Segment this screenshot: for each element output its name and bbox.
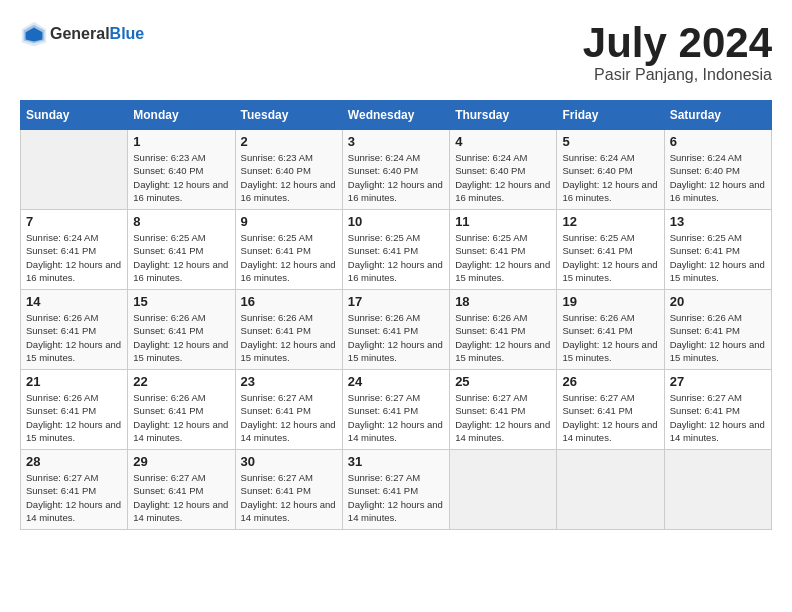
day-number: 3 [348, 134, 444, 149]
day-info: Sunrise: 6:27 AMSunset: 6:41 PMDaylight:… [133, 471, 229, 524]
calendar-cell: 3Sunrise: 6:24 AMSunset: 6:40 PMDaylight… [342, 130, 449, 210]
calendar-cell [450, 450, 557, 530]
week-row-5: 28Sunrise: 6:27 AMSunset: 6:41 PMDayligh… [21, 450, 772, 530]
calendar-cell: 22Sunrise: 6:26 AMSunset: 6:41 PMDayligh… [128, 370, 235, 450]
title-section: July 2024 Pasir Panjang, Indonesia [583, 20, 772, 84]
week-row-3: 14Sunrise: 6:26 AMSunset: 6:41 PMDayligh… [21, 290, 772, 370]
calendar-cell: 23Sunrise: 6:27 AMSunset: 6:41 PMDayligh… [235, 370, 342, 450]
calendar-cell: 8Sunrise: 6:25 AMSunset: 6:41 PMDaylight… [128, 210, 235, 290]
header: GeneralBlue July 2024 Pasir Panjang, Ind… [20, 20, 772, 84]
day-number: 30 [241, 454, 337, 469]
week-row-4: 21Sunrise: 6:26 AMSunset: 6:41 PMDayligh… [21, 370, 772, 450]
day-info: Sunrise: 6:27 AMSunset: 6:41 PMDaylight:… [348, 471, 444, 524]
month-title: July 2024 [583, 20, 772, 66]
day-number: 17 [348, 294, 444, 309]
calendar-cell: 12Sunrise: 6:25 AMSunset: 6:41 PMDayligh… [557, 210, 664, 290]
day-info: Sunrise: 6:27 AMSunset: 6:41 PMDaylight:… [241, 471, 337, 524]
day-info: Sunrise: 6:26 AMSunset: 6:41 PMDaylight:… [562, 311, 658, 364]
calendar-cell: 10Sunrise: 6:25 AMSunset: 6:41 PMDayligh… [342, 210, 449, 290]
calendar-cell: 21Sunrise: 6:26 AMSunset: 6:41 PMDayligh… [21, 370, 128, 450]
weekday-header-sunday: Sunday [21, 101, 128, 130]
day-number: 6 [670, 134, 766, 149]
calendar-cell: 15Sunrise: 6:26 AMSunset: 6:41 PMDayligh… [128, 290, 235, 370]
day-info: Sunrise: 6:25 AMSunset: 6:41 PMDaylight:… [670, 231, 766, 284]
day-info: Sunrise: 6:26 AMSunset: 6:41 PMDaylight:… [348, 311, 444, 364]
day-number: 2 [241, 134, 337, 149]
day-number: 19 [562, 294, 658, 309]
calendar-cell: 25Sunrise: 6:27 AMSunset: 6:41 PMDayligh… [450, 370, 557, 450]
calendar-cell: 24Sunrise: 6:27 AMSunset: 6:41 PMDayligh… [342, 370, 449, 450]
day-info: Sunrise: 6:26 AMSunset: 6:41 PMDaylight:… [26, 311, 122, 364]
day-info: Sunrise: 6:27 AMSunset: 6:41 PMDaylight:… [26, 471, 122, 524]
calendar-cell: 5Sunrise: 6:24 AMSunset: 6:40 PMDaylight… [557, 130, 664, 210]
calendar-table: SundayMondayTuesdayWednesdayThursdayFrid… [20, 100, 772, 530]
day-number: 22 [133, 374, 229, 389]
calendar-cell: 29Sunrise: 6:27 AMSunset: 6:41 PMDayligh… [128, 450, 235, 530]
day-number: 4 [455, 134, 551, 149]
day-number: 13 [670, 214, 766, 229]
day-info: Sunrise: 6:23 AMSunset: 6:40 PMDaylight:… [241, 151, 337, 204]
day-info: Sunrise: 6:25 AMSunset: 6:41 PMDaylight:… [562, 231, 658, 284]
logo: GeneralBlue [20, 20, 144, 48]
calendar-cell [21, 130, 128, 210]
day-number: 25 [455, 374, 551, 389]
weekday-header-monday: Monday [128, 101, 235, 130]
day-number: 29 [133, 454, 229, 469]
calendar-cell: 18Sunrise: 6:26 AMSunset: 6:41 PMDayligh… [450, 290, 557, 370]
calendar-cell: 2Sunrise: 6:23 AMSunset: 6:40 PMDaylight… [235, 130, 342, 210]
calendar-cell: 4Sunrise: 6:24 AMSunset: 6:40 PMDaylight… [450, 130, 557, 210]
calendar-cell: 28Sunrise: 6:27 AMSunset: 6:41 PMDayligh… [21, 450, 128, 530]
day-number: 7 [26, 214, 122, 229]
calendar-cell: 19Sunrise: 6:26 AMSunset: 6:41 PMDayligh… [557, 290, 664, 370]
day-info: Sunrise: 6:27 AMSunset: 6:41 PMDaylight:… [348, 391, 444, 444]
day-number: 1 [133, 134, 229, 149]
day-number: 11 [455, 214, 551, 229]
day-info: Sunrise: 6:26 AMSunset: 6:41 PMDaylight:… [455, 311, 551, 364]
day-number: 12 [562, 214, 658, 229]
calendar-cell [664, 450, 771, 530]
day-number: 28 [26, 454, 122, 469]
day-number: 8 [133, 214, 229, 229]
logo-text: GeneralBlue [50, 25, 144, 43]
day-number: 24 [348, 374, 444, 389]
day-number: 5 [562, 134, 658, 149]
day-info: Sunrise: 6:23 AMSunset: 6:40 PMDaylight:… [133, 151, 229, 204]
calendar-cell: 1Sunrise: 6:23 AMSunset: 6:40 PMDaylight… [128, 130, 235, 210]
week-row-2: 7Sunrise: 6:24 AMSunset: 6:41 PMDaylight… [21, 210, 772, 290]
day-number: 27 [670, 374, 766, 389]
day-info: Sunrise: 6:24 AMSunset: 6:40 PMDaylight:… [562, 151, 658, 204]
day-info: Sunrise: 6:27 AMSunset: 6:41 PMDaylight:… [241, 391, 337, 444]
weekday-header-wednesday: Wednesday [342, 101, 449, 130]
day-info: Sunrise: 6:27 AMSunset: 6:41 PMDaylight:… [670, 391, 766, 444]
day-number: 9 [241, 214, 337, 229]
calendar-cell: 27Sunrise: 6:27 AMSunset: 6:41 PMDayligh… [664, 370, 771, 450]
day-number: 15 [133, 294, 229, 309]
calendar-cell: 6Sunrise: 6:24 AMSunset: 6:40 PMDaylight… [664, 130, 771, 210]
calendar-cell: 14Sunrise: 6:26 AMSunset: 6:41 PMDayligh… [21, 290, 128, 370]
weekday-header-row: SundayMondayTuesdayWednesdayThursdayFrid… [21, 101, 772, 130]
calendar-cell: 9Sunrise: 6:25 AMSunset: 6:41 PMDaylight… [235, 210, 342, 290]
day-number: 14 [26, 294, 122, 309]
day-info: Sunrise: 6:24 AMSunset: 6:40 PMDaylight:… [455, 151, 551, 204]
calendar-cell: 26Sunrise: 6:27 AMSunset: 6:41 PMDayligh… [557, 370, 664, 450]
calendar-cell: 20Sunrise: 6:26 AMSunset: 6:41 PMDayligh… [664, 290, 771, 370]
calendar-cell: 31Sunrise: 6:27 AMSunset: 6:41 PMDayligh… [342, 450, 449, 530]
day-info: Sunrise: 6:25 AMSunset: 6:41 PMDaylight:… [348, 231, 444, 284]
day-info: Sunrise: 6:25 AMSunset: 6:41 PMDaylight:… [455, 231, 551, 284]
weekday-header-saturday: Saturday [664, 101, 771, 130]
calendar-cell: 7Sunrise: 6:24 AMSunset: 6:41 PMDaylight… [21, 210, 128, 290]
day-number: 18 [455, 294, 551, 309]
calendar-cell: 13Sunrise: 6:25 AMSunset: 6:41 PMDayligh… [664, 210, 771, 290]
day-number: 21 [26, 374, 122, 389]
day-number: 23 [241, 374, 337, 389]
calendar-cell [557, 450, 664, 530]
weekday-header-thursday: Thursday [450, 101, 557, 130]
day-info: Sunrise: 6:24 AMSunset: 6:41 PMDaylight:… [26, 231, 122, 284]
logo-icon [20, 20, 48, 48]
location-title: Pasir Panjang, Indonesia [583, 66, 772, 84]
day-info: Sunrise: 6:25 AMSunset: 6:41 PMDaylight:… [133, 231, 229, 284]
calendar-cell: 16Sunrise: 6:26 AMSunset: 6:41 PMDayligh… [235, 290, 342, 370]
day-info: Sunrise: 6:26 AMSunset: 6:41 PMDaylight:… [133, 311, 229, 364]
day-number: 26 [562, 374, 658, 389]
day-number: 31 [348, 454, 444, 469]
